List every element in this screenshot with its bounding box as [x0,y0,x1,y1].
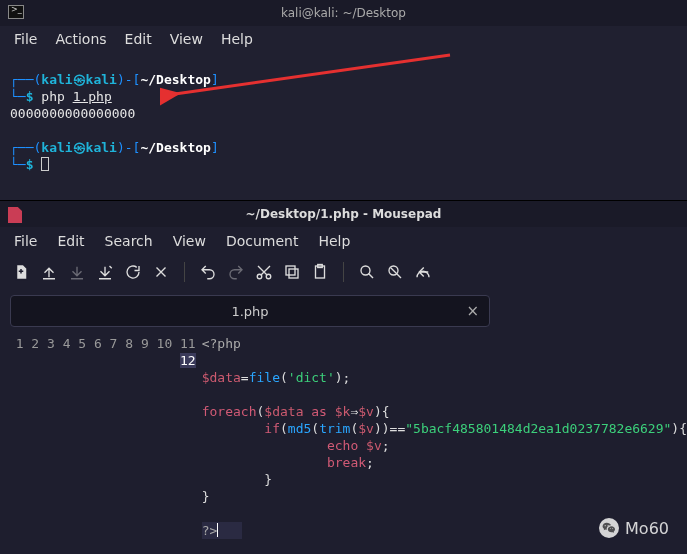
paste-button[interactable] [309,261,331,283]
prompt-symbol: $ [26,89,34,104]
mousepad-menubar: File Edit Search View Document Help [0,227,687,255]
code-kw-break: break [327,455,366,470]
terminal-menubar: File Actions Edit View Help [0,26,687,52]
tab-1-php[interactable]: 1.php × [10,295,490,327]
command-arg: 1.php [73,89,112,104]
editor-area[interactable]: 1 2 3 4 5 6 7 8 9 10 11 12 <?php $data=f… [0,333,687,554]
code-var-data: $data [202,370,241,385]
code-kw-foreach: foreach [202,404,257,419]
find-button[interactable] [356,261,378,283]
mousepad-window: ~/Desktop/1.php - Mousepad File Edit Sea… [0,201,687,554]
tab-label: 1.php [231,304,268,319]
svg-rect-4 [289,269,298,278]
find-replace-button[interactable] [384,261,406,283]
toolbar-separator [184,262,185,282]
goto-button[interactable] [412,261,434,283]
mousepad-toolbar [0,255,687,289]
terminal-menu-help[interactable]: Help [221,31,253,47]
copy-button[interactable] [281,261,303,283]
code-str-dict: 'dict' [288,370,335,385]
prompt-symbol-2: $ [26,157,34,172]
terminal-window: kali@kali: ~/Desktop File Actions Edit V… [0,0,687,201]
terminal-title: kali@kali: ~/Desktop [281,6,406,20]
code-kw-echo: echo [327,438,358,453]
terminal-menu-actions[interactable]: Actions [55,31,106,47]
line-number-gutter: 1 2 3 4 5 6 7 8 9 10 11 12 [0,335,202,554]
code-close-tag: ?> [202,523,218,538]
code-func-file: file [249,370,280,385]
save-button[interactable] [66,261,88,283]
cut-button[interactable] [253,261,275,283]
new-file-button[interactable] [10,261,32,283]
wechat-icon [599,518,619,538]
mousepad-title: ~/Desktop/1.php - Mousepad [246,207,442,221]
mousepad-menu-search[interactable]: Search [105,233,153,249]
terminal-menu-view[interactable]: View [170,31,203,47]
watermark: Mo60 [599,518,669,538]
mousepad-app-icon [8,207,22,223]
code-open-tag: <?php [202,336,241,351]
reload-button[interactable] [122,261,144,283]
mousepad-titlebar: ~/Desktop/1.php - Mousepad [0,201,687,227]
code-kw-if: if [264,421,280,436]
terminal-menu-file[interactable]: File [14,31,37,47]
prompt-user: kali㉿kali [41,72,117,87]
terminal-body[interactable]: ┌──(kali㉿kali)-[~/Desktop] └─$ php 1.php… [0,52,687,200]
mousepad-menu-document[interactable]: Document [226,233,299,249]
tab-close-icon[interactable]: × [466,302,479,320]
svg-rect-5 [286,266,295,275]
mousepad-menu-edit[interactable]: Edit [57,233,84,249]
prompt-path-2: ~/Desktop [140,140,210,155]
prompt-user-2: kali㉿kali [41,140,117,155]
redo-button[interactable] [225,261,247,283]
mousepad-tabbar: 1.php × [0,289,687,333]
terminal-cursor [41,157,49,171]
mousepad-menu-view[interactable]: View [173,233,206,249]
mousepad-menu-help[interactable]: Help [318,233,350,249]
command-php: php [41,89,64,104]
watermark-text: Mo60 [625,519,669,538]
code-md5-hash: "5bacf485801484d2ea1d0237782e6629" [405,421,671,436]
terminal-titlebar: kali@kali: ~/Desktop [0,0,687,26]
terminal-icon [8,5,24,19]
editor-cursor [217,523,218,537]
mousepad-menu-file[interactable]: File [14,233,37,249]
undo-button[interactable] [197,261,219,283]
terminal-output: 0000000000000000 [10,106,135,121]
save-as-button[interactable] [94,261,116,283]
toolbar-separator-2 [343,262,344,282]
close-file-button[interactable] [150,261,172,283]
open-file-button[interactable] [38,261,60,283]
terminal-menu-edit[interactable]: Edit [125,31,152,47]
prompt-path: ~/Desktop [140,72,210,87]
